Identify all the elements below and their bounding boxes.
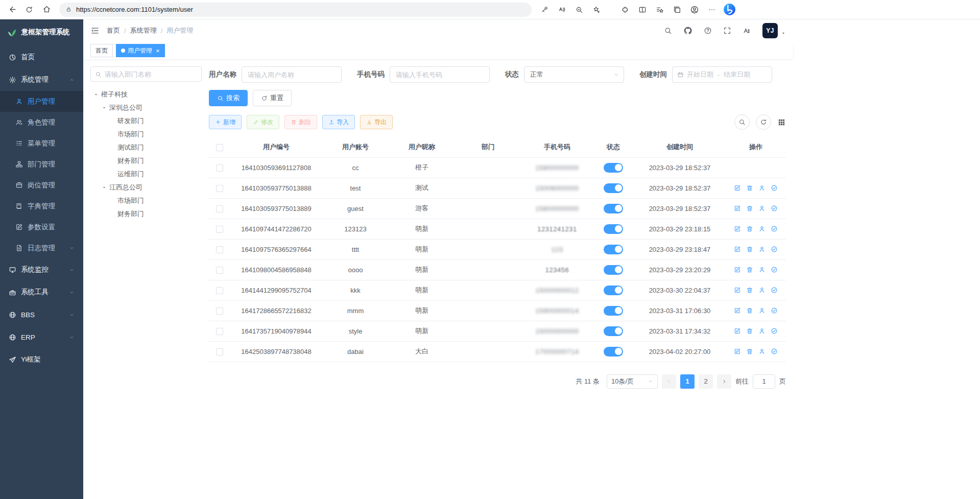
github-icon[interactable] <box>683 26 692 35</box>
edit-action-icon[interactable] <box>734 348 741 355</box>
row-checkbox[interactable] <box>216 307 223 315</box>
tab-首页[interactable]: 首页 <box>90 44 113 57</box>
delete-action-icon[interactable] <box>746 287 753 294</box>
sidebar-item-bbs[interactable]: BBS <box>0 303 83 326</box>
sidebar-item-erp[interactable]: ERP <box>0 326 83 348</box>
extensions-icon[interactable] <box>617 2 633 17</box>
favorites-bar-icon[interactable] <box>652 2 667 17</box>
edit-button[interactable]: 修改 <box>247 115 279 129</box>
edit-action-icon[interactable] <box>734 266 741 273</box>
tree-node[interactable]: 运维部门 <box>90 168 202 181</box>
delete-action-icon[interactable] <box>746 327 753 335</box>
status-toggle[interactable] <box>604 224 623 234</box>
edit-action-icon[interactable] <box>734 225 741 232</box>
sidebar-item-system-monitor[interactable]: 系统监控 <box>0 258 83 281</box>
browser-more-icon[interactable] <box>704 2 720 17</box>
status-toggle[interactable] <box>604 306 623 316</box>
password-key-icon[interactable] <box>537 2 552 17</box>
browser-back-icon[interactable] <box>4 2 19 17</box>
caret-down-icon[interactable] <box>101 105 108 110</box>
delete-action-icon[interactable] <box>746 307 753 314</box>
sidebar-item-yi-framework[interactable]: Yi框架 <box>0 348 83 371</box>
help-icon[interactable] <box>704 27 712 35</box>
sidebar-item-system-tools[interactable]: 系统工具 <box>0 281 83 303</box>
collections-icon[interactable] <box>670 2 685 17</box>
tree-node[interactable]: 深圳总公司 <box>90 101 202 114</box>
reset-password-action-icon[interactable] <box>758 205 766 212</box>
tree-node[interactable]: 橙子科技 <box>90 88 202 101</box>
font-size-icon[interactable] <box>743 27 751 35</box>
sidebar-item-log-management[interactable]: 日志管理 <box>0 237 83 258</box>
status-toggle[interactable] <box>604 204 623 213</box>
delete-action-icon[interactable] <box>746 225 753 232</box>
department-search[interactable] <box>90 66 202 82</box>
reset-password-action-icon[interactable] <box>758 225 766 232</box>
refresh-table-button[interactable] <box>756 114 771 130</box>
sidebar-item-dict-management[interactable]: 字典管理 <box>0 196 83 217</box>
edit-action-icon[interactable] <box>734 327 741 335</box>
export-button[interactable]: 导出 <box>360 115 393 129</box>
reset-password-action-icon[interactable] <box>758 327 766 335</box>
row-checkbox[interactable] <box>216 348 223 355</box>
zoom-out-icon[interactable] <box>571 2 587 17</box>
browser-profile-icon[interactable] <box>687 2 702 17</box>
assign-role-action-icon[interactable] <box>771 205 778 212</box>
status-toggle[interactable] <box>604 183 623 193</box>
assign-role-action-icon[interactable] <box>771 266 778 273</box>
delete-action-icon[interactable] <box>746 246 753 253</box>
date-range-picker[interactable]: 开始日期 - 结束日期 <box>672 66 772 83</box>
delete-action-icon[interactable] <box>746 266 753 273</box>
status-toggle[interactable] <box>604 326 623 336</box>
status-toggle[interactable] <box>604 245 623 254</box>
search-icon[interactable] <box>664 27 672 35</box>
assign-role-action-icon[interactable] <box>771 246 778 253</box>
read-aloud-icon[interactable] <box>554 2 569 17</box>
select-all-checkbox[interactable] <box>216 144 223 151</box>
goto-page-input[interactable] <box>753 374 775 389</box>
status-toggle[interactable] <box>604 286 623 295</box>
delete-button[interactable]: 删除 <box>284 115 317 129</box>
column-settings-button[interactable] <box>777 118 786 127</box>
caret-down-icon[interactable] <box>92 92 100 97</box>
date-start-placeholder[interactable]: 开始日期 <box>687 70 713 79</box>
edit-action-icon[interactable] <box>734 184 741 192</box>
breadcrumb-item[interactable]: 系统管理 <box>130 26 157 35</box>
edit-action-icon[interactable] <box>734 287 741 294</box>
tree-node[interactable]: 江西总公司 <box>90 181 202 194</box>
delete-action-icon[interactable] <box>746 184 753 192</box>
browser-refresh-icon[interactable] <box>21 2 37 17</box>
tab-用户管理[interactable]: 用户管理× <box>116 44 165 57</box>
breadcrumb-item[interactable]: 首页 <box>107 26 120 35</box>
browser-home-icon[interactable] <box>39 2 54 17</box>
sidebar-item-home[interactable]: 首页 <box>0 46 83 68</box>
add-button[interactable]: 新增 <box>209 115 242 129</box>
edit-action-icon[interactable] <box>734 246 741 253</box>
reset-password-action-icon[interactable] <box>758 184 766 192</box>
reset-password-action-icon[interactable] <box>758 348 766 355</box>
delete-action-icon[interactable] <box>746 205 753 212</box>
row-checkbox[interactable] <box>216 185 223 192</box>
tree-node[interactable]: 测试部门 <box>90 141 202 154</box>
search-button[interactable]: 搜索 <box>209 90 248 106</box>
edit-action-icon[interactable] <box>734 307 741 314</box>
next-page-button[interactable] <box>717 374 731 389</box>
fullscreen-icon[interactable] <box>723 27 731 35</box>
assign-role-action-icon[interactable] <box>771 184 778 192</box>
row-checkbox[interactable] <box>216 205 223 212</box>
caret-down-icon[interactable] <box>101 185 108 190</box>
assign-role-action-icon[interactable] <box>771 348 778 355</box>
tree-node[interactable]: 财务部门 <box>90 207 202 221</box>
bing-icon[interactable] <box>722 2 737 17</box>
tree-node[interactable]: 财务部门 <box>90 154 202 168</box>
status-toggle[interactable] <box>604 347 623 357</box>
browser-address-bar[interactable]: https://ccnetcore.com:1101/system/user <box>59 3 532 17</box>
reset-password-action-icon[interactable] <box>758 287 766 294</box>
row-checkbox[interactable] <box>216 226 223 233</box>
date-end-placeholder[interactable]: 结束日期 <box>724 70 750 79</box>
department-search-input[interactable] <box>105 70 197 78</box>
sidebar-item-user-management[interactable]: 用户管理 <box>0 91 83 112</box>
assign-role-action-icon[interactable] <box>771 225 778 232</box>
row-checkbox[interactable] <box>216 267 223 274</box>
status-toggle[interactable] <box>604 163 623 173</box>
add-favorite-icon[interactable] <box>589 2 604 17</box>
